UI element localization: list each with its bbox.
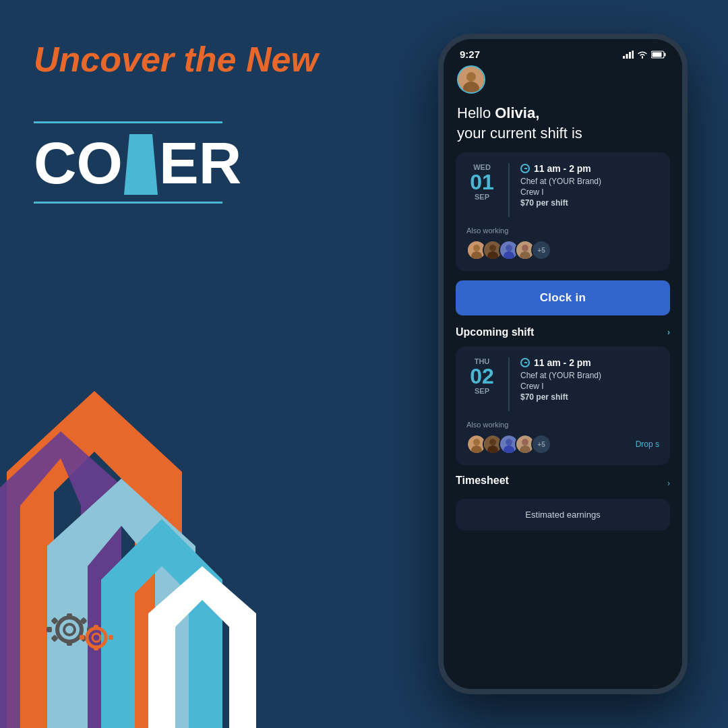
upcoming-shift-crew: Crew I: [520, 382, 659, 391]
svg-rect-19: [94, 646, 98, 650]
right-panel: 9:27: [418, 0, 728, 728]
phone-screen: 9:27: [444, 39, 682, 689]
greeting-line1: Hello Olivia,: [457, 104, 539, 121]
svg-point-51: [506, 439, 512, 446]
coworkers-avatars: +5: [466, 240, 659, 260]
logo-container: C O E R: [34, 121, 241, 204]
gears-icon: [40, 604, 121, 658]
avatar-image: [458, 67, 484, 92]
month: SEP: [466, 193, 497, 201]
upcoming-section-header: Upcoming shift ›: [456, 326, 670, 338]
svg-point-30: [466, 72, 476, 82]
svg-rect-20: [80, 635, 84, 640]
svg-rect-8: [67, 613, 72, 619]
svg-marker-0: [124, 134, 158, 195]
svg-point-36: [489, 245, 496, 251]
upcoming-shift-pay: $70 per shift: [520, 392, 659, 402]
phone-frame: 9:27: [438, 34, 688, 694]
shift-role: Chef at (YOUR Brand): [520, 177, 659, 186]
status-time: 9:27: [460, 49, 480, 60]
logo-top-line: [34, 121, 222, 123]
svg-point-6: [57, 617, 82, 642]
upcoming-shift-role: Chef at (YOUR Brand): [520, 371, 659, 380]
estimated-earnings: Estimated earnings: [466, 510, 659, 520]
signal-icon: [623, 51, 634, 59]
shift-pay: $70 per shift: [520, 198, 659, 208]
logo-slash-icon: [124, 134, 158, 195]
shift-crew: Crew I: [520, 187, 659, 197]
time-icon: [520, 164, 530, 173]
upcoming-coworker-count: +5: [531, 434, 551, 454]
battery-icon: [651, 51, 666, 59]
shift-info: WED 01 SEP 11 am - 2 pm Chef at (YOUR Br…: [466, 163, 659, 217]
svg-point-17: [92, 634, 100, 642]
user-avatar: [457, 65, 485, 94]
logo-bottom-line: [34, 202, 222, 204]
logo-letter-r: R: [199, 129, 242, 198]
upcoming-vertical-divider: [508, 357, 510, 411]
upcoming-day-number: 02: [466, 365, 497, 387]
svg-rect-23: [626, 54, 628, 59]
upcoming-shift-details: 11 am - 2 pm Chef at (YOUR Brand) Crew I…: [520, 357, 659, 402]
svg-rect-10: [47, 627, 52, 632]
svg-point-16: [87, 628, 106, 647]
wifi-icon: [637, 51, 648, 59]
svg-rect-24: [629, 52, 631, 59]
timesheet-header: Timesheet ›: [456, 475, 670, 492]
svg-rect-27: [665, 53, 666, 56]
svg-rect-21: [109, 635, 113, 640]
greeting: Hello Olivia, your current shift is: [456, 103, 670, 143]
headline: Uncover the New: [34, 40, 318, 79]
logo-text: C O E R: [34, 129, 241, 198]
svg-point-45: [473, 439, 480, 446]
date-block: WED 01 SEP: [466, 163, 497, 201]
svg-rect-9: [67, 640, 72, 646]
day-number: 01: [466, 171, 497, 193]
drop-shift-link[interactable]: Drop s: [636, 439, 659, 449]
upcoming-shift-info: THU 02 SEP 11 am - 2 pm Chef at (YOUR Br…: [466, 357, 659, 411]
current-shift-card: WED 01 SEP 11 am - 2 pm Chef at (YOUR Br…: [456, 152, 670, 271]
svg-point-33: [473, 245, 480, 251]
svg-rect-22: [623, 56, 625, 59]
user-row: [456, 65, 670, 94]
greeting-line2: your current shift is: [457, 125, 582, 142]
svg-point-42: [522, 245, 528, 251]
left-panel: Uncover the New C O E R: [0, 0, 418, 728]
svg-point-54: [522, 439, 528, 446]
upcoming-month: SEP: [466, 387, 497, 395]
svg-rect-25: [632, 51, 634, 59]
svg-point-39: [506, 245, 512, 251]
svg-point-48: [489, 439, 496, 446]
timesheet-view-more[interactable]: ›: [667, 479, 670, 488]
greeting-name: Olivia,: [495, 104, 539, 121]
phone-notch: [522, 39, 603, 58]
logo-letter-o: O: [77, 129, 123, 198]
upcoming-view-more[interactable]: ›: [667, 328, 670, 337]
timesheet-label: Timesheet: [456, 475, 509, 487]
shift-details: 11 am - 2 pm Chef at (YOUR Brand) Crew I…: [520, 163, 659, 208]
upcoming-time-icon: [520, 358, 530, 367]
app-content: Hello Olivia, your current shift is WED …: [444, 65, 682, 530]
logo-letter-e: E: [159, 129, 199, 198]
coworker-count: +5: [531, 240, 551, 260]
shift-time: 11 am - 2 pm: [520, 163, 659, 174]
svg-point-7: [64, 624, 75, 635]
upcoming-coworkers-avatars: +5: [466, 434, 551, 454]
upcoming-also-working-label: Also working: [466, 421, 659, 429]
upcoming-shift-label: Upcoming shift: [456, 326, 534, 338]
upcoming-shift-card: THU 02 SEP 11 am - 2 pm Chef at (YOUR Br…: [456, 346, 670, 465]
gears-area: [40, 604, 121, 661]
upcoming-date-block: THU 02 SEP: [466, 357, 497, 395]
upcoming-shift-time: 11 am - 2 pm: [520, 357, 659, 368]
also-working-label: Also working: [466, 226, 659, 235]
logo-letter-c: C: [34, 129, 77, 198]
upcoming-bottom-row: +5 Drop s: [466, 434, 659, 454]
status-icons: [623, 51, 666, 59]
svg-rect-18: [94, 625, 98, 630]
vertical-divider: [508, 163, 510, 217]
clock-in-button[interactable]: Clock in: [456, 280, 670, 315]
timesheet-card: Estimated earnings: [456, 499, 670, 530]
svg-rect-28: [653, 52, 662, 57]
